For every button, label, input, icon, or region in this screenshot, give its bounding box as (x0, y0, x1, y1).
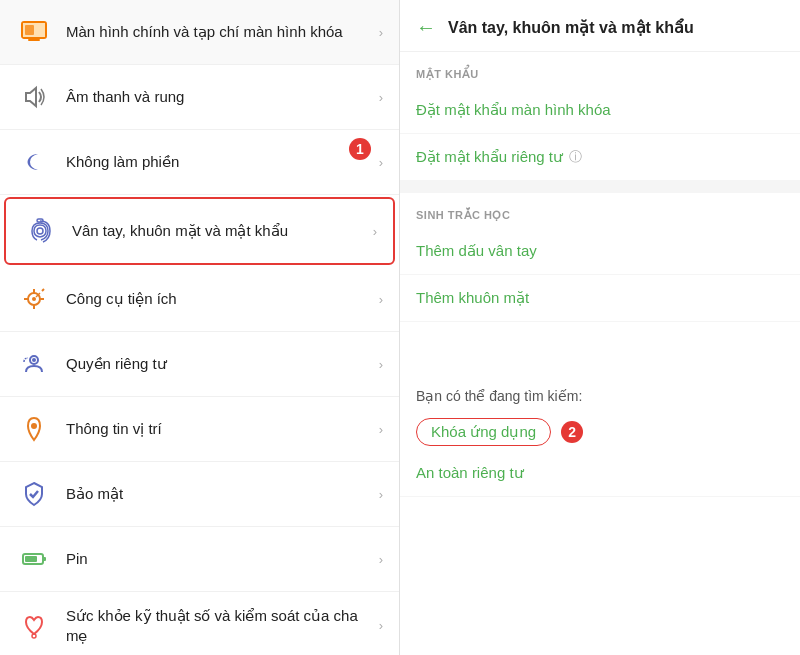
screen-icon (16, 14, 52, 50)
right-item-lockscreen-pw[interactable]: Đặt mật khẩu màn hình khóa (400, 87, 800, 134)
menu-item-privacy[interactable]: Quyền riêng tư › (0, 332, 399, 397)
right-item-private-pw[interactable]: Đặt mật khẩu riêng tư ⓘ (400, 134, 800, 181)
menu-item-screen[interactable]: Màn hình chính và tạp chí màn hình khóa … (0, 0, 399, 65)
security-icon (16, 476, 52, 512)
menu-item-sound-label: Âm thanh và rung (66, 87, 371, 107)
menu-item-privacy-label: Quyền riêng tư (66, 354, 371, 374)
badge-2: 2 (561, 421, 583, 443)
chevron-icon: › (379, 90, 383, 105)
menu-item-health[interactable]: Sức khỏe kỹ thuật số và kiểm soát của ch… (0, 592, 399, 655)
svg-point-8 (32, 297, 36, 301)
menu-item-sound[interactable]: Âm thanh và rung › (0, 65, 399, 130)
svg-marker-4 (26, 88, 36, 106)
menu-item-dnd[interactable]: Không làm phiền › 1 (0, 130, 399, 195)
location-icon (16, 411, 52, 447)
private-pw-label: Đặt mật khẩu riêng tư (416, 148, 563, 166)
svg-point-14 (32, 358, 36, 362)
menu-item-location-label: Thông tin vị trí (66, 419, 371, 439)
add-fingerprint-label: Thêm dấu vân tay (416, 242, 537, 260)
an-toan-label: An toàn riêng tư (416, 464, 524, 482)
chevron-icon: › (379, 292, 383, 307)
svg-point-19 (32, 634, 36, 638)
menu-item-security[interactable]: Bảo mật › (0, 462, 399, 527)
add-face-label: Thêm khuôn mặt (416, 289, 529, 307)
back-button[interactable]: ← (416, 16, 436, 39)
section-header-matkhau: MẬT KHẨU (400, 52, 800, 87)
menu-item-fingerprint-label: Vân tay, khuôn mặt và mật khẩu (72, 221, 365, 241)
suggestion-row-1: Khóa ứng dụng 2 (400, 412, 800, 456)
svg-point-5 (37, 228, 43, 234)
section-header-sinhtrachoc: SINH TRẮC HỌC (400, 193, 800, 228)
menu-item-security-label: Bảo mật (66, 484, 371, 504)
svg-rect-18 (43, 557, 46, 561)
info-icon: ⓘ (569, 148, 582, 166)
chevron-icon: › (379, 357, 383, 372)
svg-point-15 (31, 423, 37, 429)
right-item-add-fingerprint[interactable]: Thêm dấu vân tay (400, 228, 800, 275)
chevron-icon: › (379, 155, 383, 170)
menu-item-health-label: Sức khỏe kỹ thuật số và kiểm soát của ch… (66, 606, 371, 645)
right-title: Vân tay, khuôn mặt và mật khẩu (448, 18, 694, 37)
chevron-icon: › (379, 618, 383, 633)
menu-item-battery[interactable]: Pin › (0, 527, 399, 592)
health-icon (16, 608, 52, 644)
menu-item-screen-label: Màn hình chính và tạp chí màn hình khóa (66, 22, 371, 42)
tools-icon (16, 281, 52, 317)
menu-item-battery-label: Pin (66, 549, 371, 569)
moon-icon (16, 144, 52, 180)
lockscreen-pw-label: Đặt mật khẩu màn hình khóa (416, 101, 611, 119)
fingerprint-icon (22, 213, 58, 249)
suggestion-intro: Bạn có thể đang tìm kiếm: (400, 372, 800, 412)
chevron-icon: › (373, 224, 377, 239)
battery-icon (16, 541, 52, 577)
right-header: ← Vân tay, khuôn mặt và mật khẩu (400, 0, 800, 52)
sound-icon (16, 79, 52, 115)
menu-item-dnd-label: Không làm phiền (66, 152, 371, 172)
svg-rect-17 (25, 556, 37, 562)
menu-item-location[interactable]: Thông tin vị trí › (0, 397, 399, 462)
chevron-icon: › (379, 25, 383, 40)
svg-rect-3 (25, 25, 34, 35)
chevron-icon: › (379, 422, 383, 437)
chevron-icon: › (379, 552, 383, 567)
section-divider (400, 181, 800, 193)
privacy-icon (16, 346, 52, 382)
chevron-icon: › (379, 487, 383, 502)
spacer (400, 322, 800, 372)
left-panel: Màn hình chính và tạp chí màn hình khóa … (0, 0, 400, 655)
suggestion-app-lock[interactable]: Khóa ứng dụng (416, 418, 551, 446)
menu-item-tools[interactable]: Công cụ tiện ích › (0, 267, 399, 332)
right-panel: ← Vân tay, khuôn mặt và mật khẩu MẬT KHẨ… (400, 0, 800, 655)
badge-1: 1 (349, 138, 371, 160)
right-item-an-toan[interactable]: An toàn riêng tư (400, 456, 800, 497)
menu-item-fingerprint[interactable]: Vân tay, khuôn mặt và mật khẩu › (4, 197, 395, 265)
menu-item-tools-label: Công cụ tiện ích (66, 289, 371, 309)
svg-rect-1 (28, 39, 40, 41)
right-item-add-face[interactable]: Thêm khuôn mặt (400, 275, 800, 322)
